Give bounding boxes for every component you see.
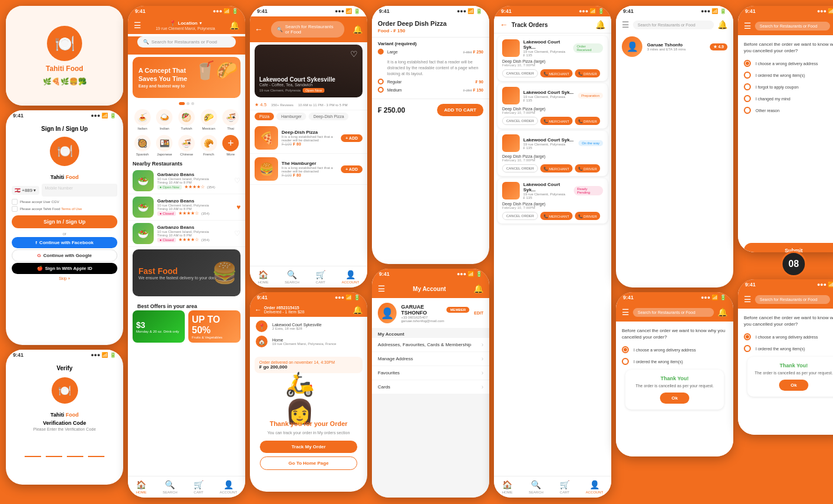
reason-radio-b2[interactable] (744, 345, 751, 352)
add-item-2-button[interactable]: + ADD (341, 165, 363, 173)
menu-icon-cancel2[interactable]: ☰ (744, 21, 751, 31)
back-arrow-track[interactable]: ← (500, 20, 508, 29)
cancel-order-1-button[interactable]: CANCEL ORDER (502, 69, 538, 77)
nav-search[interactable]: 🔍 SEARCH (162, 480, 177, 494)
edit-profile-button[interactable]: EDIT (474, 311, 483, 315)
back-icon[interactable]: ← (255, 25, 263, 34)
reason-radio-1[interactable] (622, 346, 629, 353)
chevron-down-icon[interactable]: ▾ (199, 21, 202, 26)
nav-account-track[interactable]: 👤 ACCOUNT (586, 480, 604, 494)
nav-search-2[interactable]: 🔍 SEARCH (285, 270, 299, 284)
category-mexican[interactable]: 🌮 Mexican (201, 109, 217, 130)
notification-icon-cancel[interactable]: 🔔 (717, 307, 727, 317)
nav-cart-2[interactable]: 🛒 CART (316, 270, 326, 284)
variant-large[interactable]: Large ₣ 850 ₣ 250 (378, 49, 483, 55)
heart-icon-restaurant[interactable]: ♡ (350, 49, 358, 59)
category-more[interactable]: + More (222, 135, 239, 156)
cancel-order-2-button[interactable]: CANCEL ORDER (502, 117, 538, 125)
account-menu-item-1[interactable]: Addresses, Favourites, Cards & Membershi… (372, 338, 489, 352)
menu-icon-account[interactable]: ☰ (378, 284, 385, 293)
variant-radio-large[interactable] (378, 49, 384, 55)
cancel-thanks-search[interactable]: Search for Restaurants or Food (633, 308, 714, 317)
back-icon-order[interactable]: ← (255, 306, 262, 314)
category-spanish[interactable]: 🥘 Spanish (134, 135, 151, 156)
offer-card-1[interactable]: $3 Monday & 20 oz. Drink only (133, 310, 185, 343)
otp-box-3[interactable] (67, 441, 83, 457)
category-indian[interactable]: 🍛 Indian (156, 109, 172, 130)
terms-checkbox[interactable] (12, 206, 18, 212)
add-item-1-button[interactable]: + ADD (341, 134, 363, 142)
merchant-1-button[interactable]: 📞 MERCHANT (540, 69, 573, 77)
favorite-icon-3[interactable]: ♡ (234, 229, 241, 238)
restaurant-search[interactable]: 🔍 Search for Restaurants or Food (271, 21, 344, 38)
category-thai[interactable]: 🍜 Thai (222, 109, 239, 130)
category-italian[interactable]: 🍝 Italian (134, 109, 151, 130)
cancel-thanks-2-search[interactable]: Search for Restaurants or Food (755, 295, 830, 304)
ok-button-2[interactable]: Ok (779, 380, 809, 391)
skip-link[interactable]: Skip » (12, 276, 117, 280)
variant-radio-regular[interactable] (378, 79, 384, 84)
ok-button[interactable]: Ok (660, 393, 690, 404)
tab-pizza[interactable]: Pizza (255, 113, 274, 120)
menu-icon-map[interactable]: ☰ (622, 20, 629, 29)
mobile-input[interactable]: Mobile Number (42, 184, 118, 197)
submit-button[interactable]: Submit (744, 243, 833, 252)
favorite-icon-1[interactable]: ♡ (234, 177, 241, 185)
notification-icon-track[interactable]: 🔔 (595, 20, 605, 29)
otp-box-2[interactable] (46, 441, 62, 457)
nav-account-2[interactable]: 👤 ACCOUNT (342, 270, 360, 284)
variant-radio-medium[interactable] (378, 87, 384, 93)
menu-icon[interactable]: ☰ (134, 21, 141, 30)
restaurant-item-2[interactable]: 🥗 Garbanzo Beans 10 rue Clement Island, … (128, 194, 245, 221)
otp-box-1[interactable] (25, 441, 41, 457)
category-turkish[interactable]: 🥙 Turkish (178, 109, 195, 130)
reason-radio-a3[interactable] (744, 83, 751, 90)
reason-radio-b1[interactable] (744, 333, 751, 340)
phone-flag[interactable]: 🇵🇫 +889 ▾ (12, 186, 39, 195)
offer-card-2[interactable]: UP TO 50% Fruits & Vegetables (188, 310, 241, 343)
reason-radio-2[interactable] (622, 358, 629, 365)
cancel-order-3-button[interactable]: CANCEL ORDER (502, 164, 538, 172)
go-home-button[interactable]: Go To Home Page (260, 456, 357, 470)
merchant-4-button[interactable]: 📞 MERCHANT (540, 212, 573, 220)
nav-cart-track[interactable]: 🛒 CART (560, 480, 570, 494)
driver-1-button[interactable]: 📞 DRIVER (575, 69, 600, 77)
home-search-bar[interactable]: 🔍 Search for Restaurants or Food (137, 36, 236, 48)
variant-medium[interactable]: Medium ₣ 250 ₣ 150 (378, 87, 483, 93)
category-french[interactable]: 🥐 French (201, 135, 217, 156)
account-menu-item-3[interactable]: Favourites › (372, 366, 489, 380)
notification-icon-order[interactable]: 🔔 (353, 305, 363, 314)
apple-signin-button[interactable]: 🍎 Sign In With Apple ID (12, 263, 117, 274)
menu-icon-cancel3[interactable]: ☰ (744, 295, 751, 304)
nav-home-2[interactable]: 🏠 HOME (258, 270, 269, 284)
merchant-3-button[interactable]: 📞 MERCHANT (540, 164, 573, 172)
tab-deep-dish[interactable]: Deep-Dish Pizza (309, 113, 348, 120)
nav-home-track[interactable]: 🏠 HOME (502, 480, 513, 494)
cgv-checkbox[interactable] (12, 199, 18, 205)
cancel-order-search[interactable]: Search for Restaurants or Food (755, 22, 830, 31)
add-to-cart-button[interactable]: ADD TO CART (437, 104, 483, 116)
reason-radio-a5[interactable] (744, 107, 751, 114)
merchant-2-button[interactable]: 📞 MERCHANT (540, 117, 573, 125)
cancel-order-4-button[interactable]: CANCEL ORDER (502, 212, 538, 220)
driver-3-button[interactable]: 📞 DRIVER (575, 164, 600, 172)
reason-radio-a1[interactable] (744, 60, 751, 67)
notification-icon[interactable]: 🔔 (229, 21, 239, 30)
map-search-bar[interactable]: Search for Restaurants or Food (633, 21, 714, 29)
nav-account[interactable]: 👤 ACCOUNT (220, 480, 238, 494)
facebook-signin-button[interactable]: f Continue with Facebook (12, 237, 117, 248)
nav-home[interactable]: 🏠 HOME (136, 480, 147, 494)
driver-2-button[interactable]: 📞 DRIVER (575, 117, 600, 125)
variant-regular[interactable]: Regular ₣ 90 (378, 79, 483, 84)
notification-icon-restaurant[interactable]: 🔔 (353, 25, 363, 34)
google-signin-button[interactable]: G Continue with Google (12, 249, 117, 262)
account-menu-item-4[interactable]: Cards › (372, 380, 489, 394)
tab-hamburger[interactable]: Hamburger (276, 113, 306, 120)
menu-icon-cancel[interactable]: ☰ (622, 307, 629, 317)
nav-search-track[interactable]: 🔍 SEARCH (529, 480, 543, 494)
driver-4-button[interactable]: 📞 DRIVER (575, 212, 600, 220)
restaurant-item-3[interactable]: 🥗 Garbanzo Beans 10 rue Clement Island, … (128, 221, 245, 247)
reason-radio-a2[interactable] (744, 72, 751, 79)
account-menu-item-2[interactable]: Manage Address › (372, 352, 489, 366)
otp-box-4[interactable] (88, 441, 104, 457)
